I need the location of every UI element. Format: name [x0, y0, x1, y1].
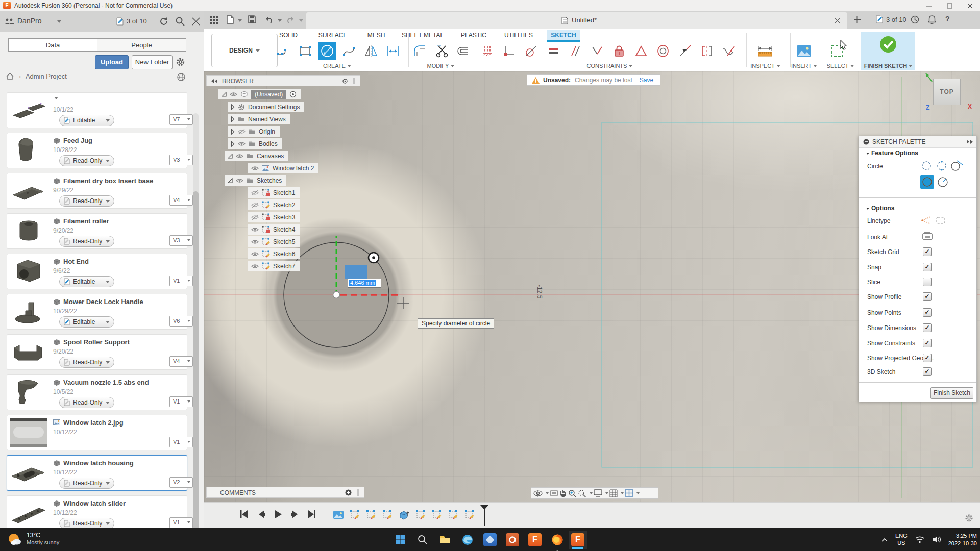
viewports-icon[interactable]: [625, 489, 633, 497]
tree-row-sketches[interactable]: Sketches: [225, 175, 286, 186]
tab-plastic[interactable]: PLASTIC: [457, 30, 491, 40]
status-dropdown[interactable]: Editable: [59, 316, 114, 328]
palette-header[interactable]: SKETCH PALETTE: [859, 136, 976, 148]
zoom-window-icon[interactable]: [578, 489, 586, 497]
list-item[interactable]: Spool Roller Support 9/20/22 Read-Only V…: [7, 335, 187, 369]
status-dropdown[interactable]: Editable: [59, 276, 114, 287]
status-dropdown[interactable]: Read-Only: [59, 357, 114, 368]
feature-options-header[interactable]: Feature Options: [871, 149, 918, 157]
taskbar-fusion-360[interactable]: F: [526, 531, 544, 549]
tree-row-sketch[interactable]: Sketch5: [248, 236, 300, 247]
breadcrumb-project[interactable]: Admin Project: [26, 72, 67, 80]
dimension-handle[interactable]: [345, 265, 367, 279]
collapsed-arrow-icon[interactable]: [231, 141, 235, 147]
taskbar-app-blue[interactable]: [481, 531, 499, 549]
tab-sketch[interactable]: SKETCH: [547, 30, 580, 42]
eye-icon[interactable]: [251, 264, 259, 269]
tray-expand-icon[interactable]: [881, 537, 888, 542]
tree-row-sketch[interactable]: Sketch6: [248, 248, 300, 259]
timeline-play-button[interactable]: [274, 510, 282, 519]
fix-ground-constraint-icon[interactable]: [481, 44, 494, 58]
parallel-constraint-icon[interactable]: [569, 44, 582, 58]
circle-tool-active[interactable]: [318, 42, 336, 60]
refresh-icon[interactable]: [159, 17, 168, 26]
minimize-button[interactable]: [919, 0, 939, 11]
version-dropdown[interactable]: V4: [169, 195, 193, 206]
tangent-constraint-icon[interactable]: [525, 44, 538, 58]
taskbar-edge-browser[interactable]: [458, 531, 477, 549]
eye-icon[interactable]: [251, 166, 259, 171]
three-point-circle-icon[interactable]: [950, 160, 963, 172]
tree-row-sketch[interactable]: Sketch2: [248, 199, 300, 210]
clock-icon[interactable]: [911, 15, 919, 24]
tab-people[interactable]: People: [97, 38, 186, 52]
group-modify[interactable]: MODIFY: [427, 63, 454, 69]
expanded-wedge-icon[interactable]: [228, 178, 233, 183]
checkbox-slice[interactable]: [923, 278, 932, 286]
checkbox-show-points[interactable]: ✓: [923, 308, 932, 317]
redo-icon[interactable]: [286, 15, 295, 23]
scrollbar-thumb[interactable]: [193, 191, 199, 533]
version-dropdown[interactable]: V3: [169, 155, 193, 165]
group-select[interactable]: SELECT: [827, 63, 854, 69]
finish-sketch-button[interactable]: Finish Sketch: [930, 387, 973, 399]
timeline-sketch-item[interactable]: [464, 510, 475, 520]
tab-sheet-metal[interactable]: SHEET METAL: [398, 30, 448, 40]
tree-label[interactable]: Named Views: [248, 116, 286, 123]
timeline-sketch-item[interactable]: [448, 510, 458, 520]
two-point-circle-icon[interactable]: [936, 160, 948, 172]
list-item[interactable]: Window latch 2.jpg 10/12/22 V1: [7, 415, 187, 450]
timeline-marker[interactable]: [480, 505, 489, 526]
spline-tool-icon[interactable]: [342, 44, 356, 58]
list-item[interactable]: Feed Jug 10/28/22 Read-Only V3: [7, 133, 187, 168]
tree-row-canvas-image[interactable]: Window latch 2: [248, 163, 318, 173]
viewcube-x-label[interactable]: X: [968, 103, 972, 110]
tree-label[interactable]: Sketch4: [273, 226, 295, 233]
status-dropdown[interactable]: Read-Only: [59, 518, 114, 529]
timeline-body-item[interactable]: [399, 510, 410, 520]
list-item[interactable]: Mower Deck Lock Handle 10/29/22 Editable…: [7, 294, 187, 329]
timeline-sketch-item[interactable]: [432, 510, 442, 520]
tree-root-row[interactable]: (Unsaved): [218, 89, 301, 99]
eye-icon[interactable]: [251, 239, 259, 244]
section-caret-icon[interactable]: [866, 153, 869, 155]
taskbar-search-button[interactable]: [413, 531, 432, 549]
job-status-badge[interactable]: 3 of 10: [127, 17, 147, 25]
construction-linetype-icon[interactable]: [920, 216, 932, 225]
tab-surface[interactable]: SURFACE: [314, 30, 352, 40]
globe-eye-icon[interactable]: [177, 72, 186, 82]
chevron-down-icon[interactable]: [238, 19, 242, 22]
tab-utilities[interactable]: UTILITIES: [500, 30, 537, 40]
checkbox-show-constraints[interactable]: ✓: [923, 339, 932, 347]
curvature-constraint-icon[interactable]: [722, 44, 736, 58]
viewcube-z-label[interactable]: Z: [926, 104, 929, 111]
sketch-dimension-icon[interactable]: [386, 44, 400, 58]
taskbar-app-orange[interactable]: [503, 531, 522, 549]
timeline-sketch-item[interactable]: [366, 510, 376, 520]
expanded-wedge-icon[interactable]: [222, 92, 227, 97]
tree-row-canvases[interactable]: Canvases: [225, 151, 288, 161]
trim-tool-icon[interactable]: [436, 44, 449, 58]
timeline-step-back-button[interactable]: [257, 510, 265, 519]
panel-options-icon[interactable]: [342, 79, 348, 84]
grid-settings-icon[interactable]: [609, 489, 618, 497]
zoom-icon[interactable]: [568, 489, 577, 497]
panel-grip-icon[interactable]: [353, 78, 356, 84]
group-create[interactable]: CREATE: [323, 63, 351, 69]
tree-label[interactable]: Sketch6: [273, 251, 295, 258]
taskbar-weather-text[interactable]: Mostly sunny: [27, 539, 59, 545]
eye-icon[interactable]: [251, 227, 259, 232]
version-dropdown[interactable]: V1: [169, 396, 193, 407]
center-diameter-circle-icon[interactable]: [920, 160, 933, 172]
tree-label[interactable]: Canvases: [257, 153, 284, 160]
concentric-constraint-icon[interactable]: [656, 44, 670, 58]
checkbox-3d-sketch[interactable]: ✓: [923, 367, 932, 376]
tree-row-document-settings[interactable]: Document Settings: [228, 102, 304, 112]
bell-icon[interactable]: [928, 15, 936, 24]
taskbar-fusion-360-active[interactable]: F: [569, 531, 587, 549]
section-caret-icon[interactable]: [866, 208, 869, 210]
eye-icon[interactable]: [230, 92, 237, 97]
eye-icon[interactable]: [236, 154, 243, 159]
browser-header[interactable]: BROWSER: [206, 75, 360, 86]
eye-icon[interactable]: [251, 252, 259, 257]
